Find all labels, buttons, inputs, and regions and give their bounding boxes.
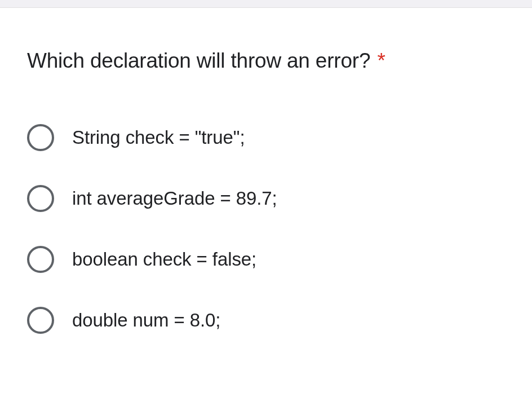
option-label: String check = "true"; [72,127,245,148]
radio-circle-icon [27,246,54,273]
radio-option[interactable]: boolean check = false; [27,246,505,273]
top-divider-bar [0,0,532,8]
option-label: int averageGrade = 89.7; [72,188,277,209]
option-label: boolean check = false; [72,249,256,270]
question-text: Which declaration will throw an error? [27,49,370,72]
radio-circle-icon [27,185,54,212]
question-title: Which declaration will throw an error? * [27,47,505,74]
options-list: String check = "true"; int averageGrade … [27,124,505,334]
required-marker: * [377,49,385,72]
option-label: double num = 8.0; [72,310,220,331]
question-container: Which declaration will throw an error? *… [0,8,532,356]
radio-option[interactable]: String check = "true"; [27,124,505,151]
radio-circle-icon [27,124,54,151]
radio-option[interactable]: double num = 8.0; [27,307,505,334]
radio-circle-icon [27,307,54,334]
radio-option[interactable]: int averageGrade = 89.7; [27,185,505,212]
